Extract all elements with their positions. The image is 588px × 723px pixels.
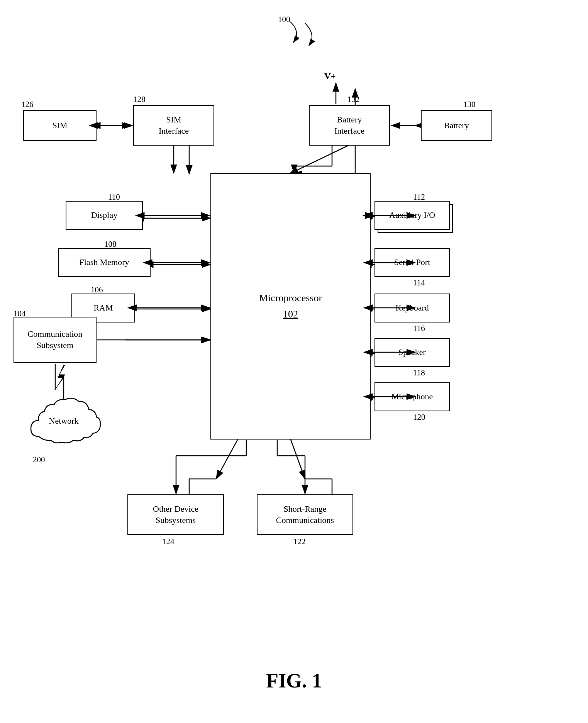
battery-label: Battery	[444, 120, 469, 131]
svg-line-20	[216, 436, 239, 479]
serial-port-box: Serial Port	[374, 248, 450, 277]
keyboard-label: Keyboard	[395, 302, 429, 314]
ref-124: 124	[162, 537, 175, 546]
short-range-box: Short-RangeCommunications	[257, 494, 353, 535]
ref-112: 112	[413, 192, 425, 202]
ref-100: 100	[278, 15, 290, 24]
battery-box: Battery	[421, 110, 492, 141]
sim-box: SIM	[23, 110, 97, 141]
ref-132: 132	[347, 95, 360, 104]
ref-130: 130	[463, 100, 476, 109]
battery-interface-label: BatteryInterface	[334, 114, 364, 136]
ref-120: 120	[413, 412, 425, 422]
vplus-label: V+	[324, 71, 336, 81]
ref-200: 200	[33, 455, 45, 465]
speaker-label: Speaker	[398, 347, 426, 358]
flash-memory-box: Flash Memory	[58, 248, 151, 277]
serial-port-label: Serial Port	[394, 257, 430, 268]
sim-label: SIM	[52, 120, 67, 131]
sim-interface-label: SIMInterface	[159, 114, 189, 136]
battery-interface-box: BatteryInterface	[309, 105, 390, 146]
ref-106: 106	[91, 285, 103, 295]
ref-116: 116	[413, 324, 425, 333]
lightning-bolt	[50, 363, 73, 390]
ref-114: 114	[413, 278, 425, 288]
ref-110: 110	[108, 192, 120, 202]
figure-caption: FIG. 1	[0, 669, 588, 692]
microprocessor-label: Microprocessor	[259, 292, 322, 305]
display-box: Display	[66, 201, 143, 230]
other-device-box: Other DeviceSubsystems	[127, 494, 224, 535]
network-cloud: Network	[23, 390, 104, 452]
ref-128: 128	[133, 95, 146, 104]
display-label: Display	[91, 210, 117, 221]
speaker-box: Speaker	[374, 338, 450, 367]
ram-label: RAM	[93, 302, 113, 314]
svg-line-7	[290, 142, 355, 174]
keyboard-box: Keyboard	[374, 294, 450, 322]
sim-interface-box: SIMInterface	[133, 105, 214, 146]
ref-118: 118	[413, 368, 425, 378]
ref-126: 126	[21, 100, 34, 109]
ref-122: 122	[293, 537, 306, 546]
comm-subsystem-box: CommunicationSubsystem	[14, 317, 97, 363]
microprocessor-ref: 102	[283, 308, 298, 321]
microphone-box: Microphone	[374, 382, 450, 411]
short-range-label: Short-RangeCommunications	[276, 504, 334, 526]
diagram-container: 100	[0, 0, 588, 723]
flash-memory-label: Flash Memory	[80, 257, 129, 268]
microphone-label: Microphone	[391, 391, 433, 402]
network-label: Network	[49, 416, 79, 426]
ref-108: 108	[104, 239, 117, 249]
ref-104: 104	[14, 309, 26, 319]
svg-line-23	[290, 436, 305, 479]
auxiliary-io-label: Auxillary I/O	[389, 210, 435, 221]
auxiliary-io-box: Auxillary I/O	[374, 201, 450, 230]
microprocessor-box: Microprocessor 102	[210, 173, 371, 440]
comm-subsystem-label: CommunicationSubsystem	[28, 329, 83, 351]
other-device-label: Other DeviceSubsystems	[153, 504, 198, 526]
